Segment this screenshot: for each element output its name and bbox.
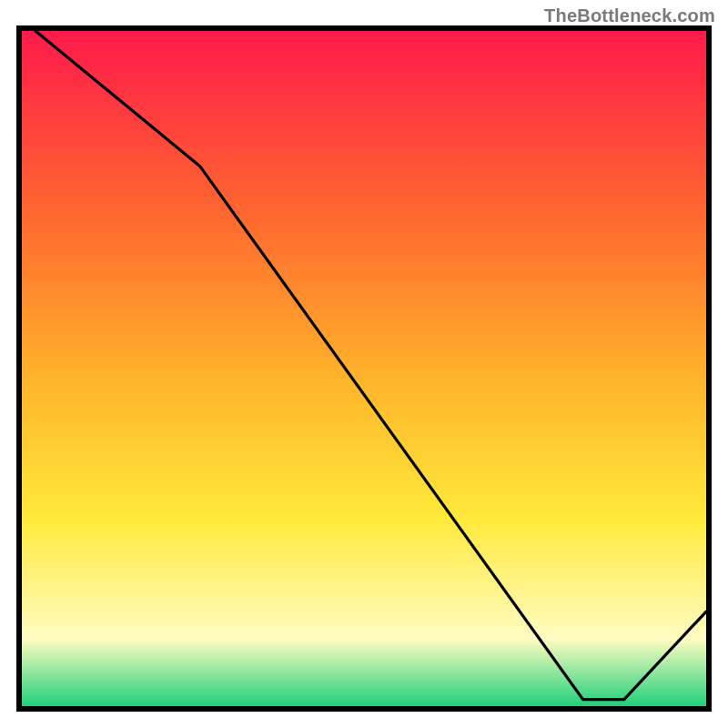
chart-svg: [22, 31, 706, 706]
chart-container: TheBottleneck.com: [0, 0, 728, 728]
chart-plot-area: [16, 25, 712, 712]
gradient-background: [22, 31, 706, 706]
watermark-text: TheBottleneck.com: [544, 5, 715, 26]
